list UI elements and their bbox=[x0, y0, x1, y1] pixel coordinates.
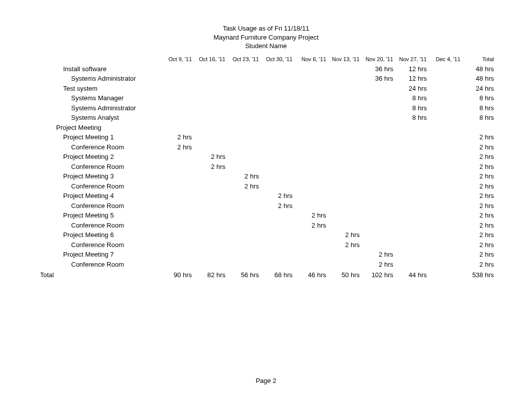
cell-value: 36 hrs bbox=[362, 64, 395, 74]
cell-value bbox=[328, 152, 362, 162]
cell-value bbox=[227, 93, 261, 103]
cell-value bbox=[328, 211, 362, 221]
task-name: Project Meeting 4 bbox=[35, 191, 160, 201]
cell-value bbox=[429, 240, 462, 250]
cell-value bbox=[295, 162, 328, 172]
cell-value bbox=[160, 84, 194, 94]
table-header-row: Oct 9, '11 Oct 16, '11 Oct 23, '11 Oct 3… bbox=[35, 54, 496, 64]
cell-value: 2 hrs bbox=[462, 240, 496, 250]
cell-value bbox=[261, 84, 295, 94]
table-row: Project Meeting 42 hrs2 hrs bbox=[35, 191, 496, 201]
cell-value bbox=[194, 123, 227, 133]
cell-value bbox=[362, 171, 395, 181]
table-row: Conference Room2 hrs2 hrs bbox=[35, 162, 496, 172]
cell-value bbox=[194, 142, 227, 152]
cell-value bbox=[362, 123, 395, 133]
table-row: Conference Room2 hrs2 hrs bbox=[35, 181, 496, 191]
cell-value bbox=[227, 142, 261, 152]
cell-value bbox=[328, 260, 362, 270]
cell-value bbox=[429, 64, 462, 74]
col-header: Oct 16, '11 bbox=[194, 54, 227, 64]
cell-value bbox=[194, 103, 227, 113]
cell-value bbox=[261, 142, 295, 152]
table-row: Project Meeting bbox=[35, 123, 496, 133]
cell-value bbox=[160, 123, 194, 133]
cell-value bbox=[362, 230, 395, 240]
cell-value bbox=[395, 123, 429, 133]
cell-value bbox=[160, 221, 194, 231]
cell-value bbox=[261, 152, 295, 162]
cell-value bbox=[429, 123, 462, 133]
cell-value bbox=[328, 74, 362, 84]
cell-value bbox=[328, 123, 362, 133]
cell-value bbox=[429, 113, 462, 123]
cell-value bbox=[328, 93, 362, 103]
cell-value bbox=[227, 191, 261, 201]
cell-value bbox=[227, 211, 261, 221]
task-name: Project Meeting 6 bbox=[35, 230, 160, 240]
cell-value bbox=[261, 132, 295, 142]
cell-value bbox=[328, 113, 362, 123]
total-value: 46 hrs bbox=[295, 269, 328, 280]
table-row: Systems Manager8 hrs8 hrs bbox=[35, 93, 496, 103]
table-row: Project Meeting 32 hrs2 hrs bbox=[35, 171, 496, 181]
cell-value bbox=[194, 260, 227, 270]
cell-value bbox=[160, 260, 194, 270]
col-header: Nov 20, '11 bbox=[362, 54, 395, 64]
task-name: Conference Room bbox=[35, 162, 160, 172]
cell-value bbox=[429, 74, 462, 84]
cell-value bbox=[362, 181, 395, 191]
task-name: Systems Administrator bbox=[35, 74, 160, 84]
cell-value bbox=[429, 103, 462, 113]
cell-value bbox=[295, 250, 328, 260]
cell-value bbox=[227, 64, 261, 74]
cell-value bbox=[160, 201, 194, 211]
total-value: 82 hrs bbox=[194, 269, 227, 280]
cell-value bbox=[194, 201, 227, 211]
cell-value: 2 hrs bbox=[462, 181, 496, 191]
cell-value bbox=[261, 171, 295, 181]
table-row: Project Meeting 52 hrs2 hrs bbox=[35, 211, 496, 221]
cell-value: 2 hrs bbox=[462, 260, 496, 270]
cell-value: 8 hrs bbox=[462, 93, 496, 103]
cell-value bbox=[395, 171, 429, 181]
cell-value bbox=[362, 113, 395, 123]
cell-value bbox=[395, 230, 429, 240]
total-value: 50 hrs bbox=[328, 269, 362, 280]
cell-value bbox=[194, 84, 227, 94]
cell-value: 2 hrs bbox=[194, 162, 227, 172]
cell-value bbox=[261, 240, 295, 250]
cell-value bbox=[295, 191, 328, 201]
cell-value bbox=[362, 84, 395, 94]
cell-value: 2 hrs bbox=[462, 162, 496, 172]
cell-value bbox=[295, 201, 328, 211]
cell-value bbox=[395, 152, 429, 162]
table-row: Systems Administrator8 hrs8 hrs bbox=[35, 103, 496, 113]
cell-value: 2 hrs bbox=[462, 221, 496, 231]
total-row: Total90 hrs82 hrs56 hrs68 hrs46 hrs50 hr… bbox=[35, 269, 496, 280]
cell-value bbox=[395, 250, 429, 260]
total-value: 90 hrs bbox=[160, 269, 194, 280]
cell-value bbox=[429, 152, 462, 162]
cell-value bbox=[295, 93, 328, 103]
table-row: Project Meeting 62 hrs2 hrs bbox=[35, 230, 496, 240]
cell-value: 2 hrs bbox=[295, 211, 328, 221]
cell-value bbox=[362, 162, 395, 172]
cell-value bbox=[429, 132, 462, 142]
cell-value bbox=[429, 201, 462, 211]
cell-value bbox=[227, 250, 261, 260]
cell-value bbox=[429, 250, 462, 260]
cell-value bbox=[261, 221, 295, 231]
cell-value: 2 hrs bbox=[462, 171, 496, 181]
cell-value bbox=[160, 74, 194, 84]
report-title-line2: Maynard Furniture Company Project bbox=[0, 33, 532, 42]
cell-value bbox=[160, 64, 194, 74]
table-row: Test system24 hrs24 hrs bbox=[35, 84, 496, 94]
total-value bbox=[429, 269, 462, 280]
report-title-line3: Student Name bbox=[0, 42, 532, 51]
cell-value: 24 hrs bbox=[462, 84, 496, 94]
cell-value bbox=[328, 181, 362, 191]
cell-value: 24 hrs bbox=[395, 84, 429, 94]
cell-value bbox=[295, 103, 328, 113]
cell-value bbox=[160, 162, 194, 172]
